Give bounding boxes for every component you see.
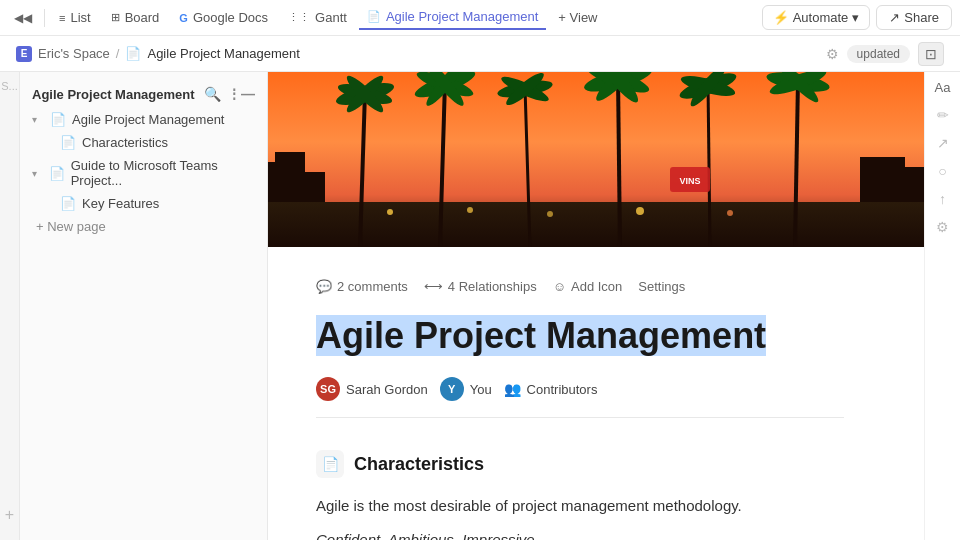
svg-point-38 [387, 209, 393, 215]
document-content: W [268, 72, 924, 540]
authors-bar: SG Sarah Gordon Y You 👥 Contributors [316, 377, 844, 418]
nav-item-google-docs[interactable]: G Google Docs [171, 6, 276, 29]
svg-rect-5 [860, 157, 905, 202]
relationships-icon: ⟷ [424, 279, 443, 294]
sidebar-item-guide-ms-teams[interactable]: ▾ 📄 Guide to Microsoft Teams Project... [24, 154, 263, 192]
pen-icon[interactable]: ✏ [937, 107, 949, 123]
section-doc-icon: 📄 [316, 450, 344, 478]
right-sidebar-icons: Aa ✏ ↗ ○ ↑ ⚙ [924, 72, 960, 540]
page-title[interactable]: Agile Project Management [316, 315, 766, 356]
doc-icon: 📄 [60, 196, 76, 211]
contributors-button[interactable]: 👥 Contributors [504, 381, 598, 397]
sidebar-item-characteristics-label: Characteristics [82, 135, 168, 150]
sidebar-item-characteristics[interactable]: 📄 Characteristics [24, 131, 263, 154]
automate-label: Automate [793, 10, 849, 25]
doc-icon: 📄 [60, 135, 76, 150]
breadcrumb-bar: E Eric's Space / 📄 Agile Project Managem… [0, 36, 960, 72]
avatar-sarah: SG [316, 377, 340, 401]
sidebar-header: Agile Project Management 🔍 ⋮— [20, 80, 267, 108]
updated-badge: updated [847, 45, 910, 63]
board-icon: ⊞ [111, 11, 120, 24]
svg-point-41 [636, 207, 644, 215]
section-title: Characteristics [354, 454, 484, 475]
search-icon[interactable]: 🔍 [204, 86, 221, 102]
svg-point-39 [467, 207, 473, 213]
sidebar-header-icons: 🔍 ⋮— [204, 86, 255, 102]
layout-toggle-button[interactable]: ⊡ [918, 42, 944, 66]
new-page-label: + New page [36, 219, 106, 234]
upload-icon[interactable]: ↑ [939, 191, 946, 207]
breadcrumb-right: ⚙ updated ⊡ [826, 42, 944, 66]
svg-text:VINS: VINS [679, 176, 700, 186]
nav-divider [44, 9, 45, 27]
nav-back-button[interactable]: ◀◀ [8, 7, 38, 29]
author-sarah-name: Sarah Gordon [346, 382, 428, 397]
share-button[interactable]: ↗ Share [876, 5, 952, 30]
svg-rect-4 [300, 172, 325, 202]
top-nav: ◀◀ ≡ List ⊞ Board G Google Docs ⋮⋮ Gantt… [0, 0, 960, 36]
hero-image: W [268, 72, 924, 247]
nav-item-list-label: List [70, 10, 90, 25]
add-icon-button[interactable]: ☺ Add Icon [553, 279, 623, 294]
sidebar-title: Agile Project Management [32, 87, 195, 102]
author-sarah[interactable]: SG Sarah Gordon [316, 377, 428, 401]
nav-item-view-label: + View [558, 10, 597, 25]
avatar-you: Y [440, 377, 464, 401]
circle-icon[interactable]: ○ [938, 163, 946, 179]
contributors-label: Contributors [527, 382, 598, 397]
body-text-1: Agile is the most desirable of project m… [316, 494, 844, 518]
share-icon: ↗ [889, 10, 900, 25]
nav-item-board-label: Board [125, 10, 160, 25]
svg-point-42 [727, 210, 733, 216]
back-icon: ◀◀ [14, 11, 32, 25]
doc-icon: 📄 [50, 112, 66, 127]
sidebar-item-guide-ms-teams-label: Guide to Microsoft Teams Project... [71, 158, 251, 188]
relationships-button[interactable]: ⟷ 4 Relationships [424, 279, 537, 294]
smiley-icon: ☺ [553, 279, 566, 294]
google-docs-icon: G [179, 12, 188, 24]
nav-item-gantt[interactable]: ⋮⋮ Gantt [280, 6, 355, 29]
nav-item-gantt-label: Gantt [315, 10, 347, 25]
doc-body: 💬 2 comments ⟷ 4 Relationships ☺ Add Ico… [268, 247, 924, 540]
relationships-label: 4 Relationships [448, 279, 537, 294]
breadcrumb-separator: / [116, 46, 120, 61]
meta-bar: 💬 2 comments ⟷ 4 Relationships ☺ Add Ico… [316, 279, 844, 294]
automate-button[interactable]: ⚡ Automate ▾ [762, 5, 871, 30]
nav-item-agile[interactable]: 📄 Agile Project Management [359, 5, 546, 30]
comments-button[interactable]: 💬 2 comments [316, 279, 408, 294]
nav-item-list[interactable]: ≡ List [51, 6, 99, 29]
page-title-container: Agile Project Management [316, 314, 844, 357]
sidebar-item-agile-pm-label: Agile Project Management [72, 112, 224, 127]
section-characteristics: 📄 Characteristics [316, 450, 844, 478]
comments-icon: 💬 [316, 279, 332, 294]
sidebar-item-agile-pm[interactable]: ▾ 📄 Agile Project Management [24, 108, 263, 131]
svg-rect-6 [900, 167, 924, 202]
nav-right: ⚡ Automate ▾ ↗ Share [762, 5, 952, 30]
edge-collapse-icon[interactable]: S... [1, 80, 18, 92]
font-size-icon[interactable]: Aa [935, 80, 951, 95]
settings-label: Settings [638, 279, 685, 294]
share-right-icon[interactable]: ↗ [937, 135, 949, 151]
settings-icon: ⚙ [826, 46, 839, 62]
sidebar-item-key-features[interactable]: 📄 Key Features [24, 192, 263, 215]
share-label: Share [904, 10, 939, 25]
space-icon: E [16, 46, 32, 62]
author-you[interactable]: Y You [440, 377, 492, 401]
body-text-2: Confident. Ambitious. Impressive. [316, 528, 844, 540]
comments-label: 2 comments [337, 279, 408, 294]
author-you-name: You [470, 382, 492, 397]
nav-item-board[interactable]: ⊞ Board [103, 6, 168, 29]
nav-item-view[interactable]: + View [550, 6, 605, 29]
gantt-icon: ⋮⋮ [288, 11, 310, 24]
settings-button[interactable]: Settings [638, 279, 685, 294]
breadcrumb-current: Agile Project Management [147, 46, 299, 61]
breadcrumb-current-icon: 📄 [125, 46, 141, 61]
more-icon[interactable]: ⋮— [227, 86, 255, 102]
edge-add-icon[interactable]: + [5, 506, 14, 524]
agile-icon: 📄 [367, 10, 381, 23]
settings-right-icon[interactable]: ⚙ [936, 219, 949, 235]
breadcrumb-space[interactable]: Eric's Space [38, 46, 110, 61]
expand-icon: ▾ [32, 168, 43, 179]
new-page-button[interactable]: + New page [24, 215, 263, 238]
main-area: S... + Agile Project Management 🔍 ⋮— ▾ 📄… [0, 72, 960, 540]
